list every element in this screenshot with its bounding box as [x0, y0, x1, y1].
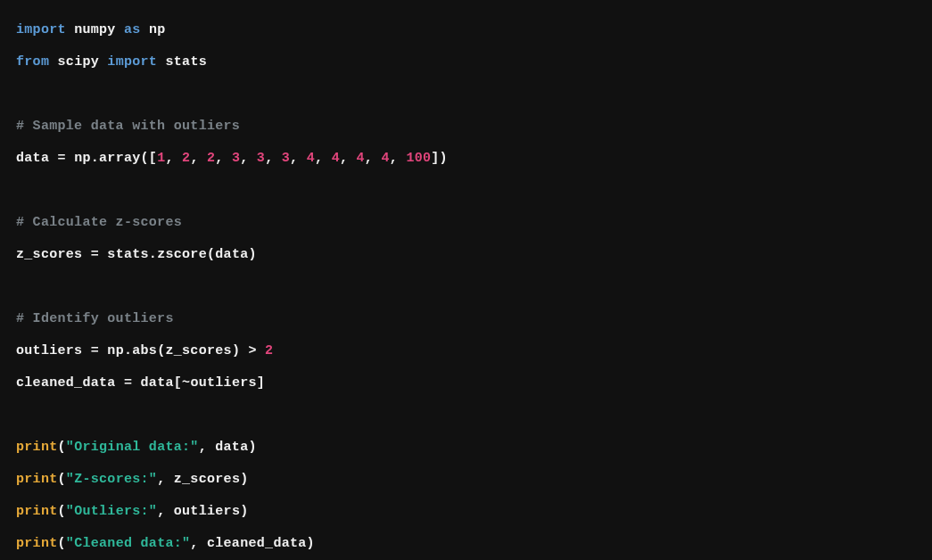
comma: ,	[240, 151, 257, 166]
arg-outliers: outliers	[174, 504, 240, 519]
module-numpy: numpy	[74, 22, 116, 37]
comma: ,	[340, 151, 357, 166]
open-paren: (	[58, 536, 66, 551]
string-literal: "Outliers:"	[66, 504, 157, 519]
code-editor[interactable]: import numpy as np from scipy import sta…	[16, 14, 916, 560]
fn-print: print	[16, 472, 58, 487]
dot: .	[149, 247, 157, 262]
np-ref: np	[107, 343, 124, 358]
var-data: data	[16, 151, 49, 166]
dot: .	[91, 151, 99, 166]
open-paren: (	[58, 440, 66, 455]
num: 4	[381, 151, 389, 166]
num: 3	[257, 151, 265, 166]
fn-array: array	[99, 151, 141, 166]
comma: ,	[390, 151, 407, 166]
close-paren: )	[240, 472, 248, 487]
blank-line	[16, 399, 916, 432]
comment: # Calculate z-scores	[16, 215, 182, 230]
comma: ,	[199, 440, 216, 455]
stats-ref: stats	[107, 247, 149, 262]
gt-op: >	[240, 343, 265, 358]
close-paren: )	[240, 504, 248, 519]
num: 3	[232, 151, 240, 166]
dot: .	[124, 343, 132, 358]
equals: =	[82, 247, 107, 262]
string-literal: "Cleaned data:"	[66, 536, 191, 551]
comma: ,	[215, 151, 232, 166]
code-line-5: # Calculate z-scores	[16, 207, 916, 239]
open-bracket: [	[174, 375, 182, 391]
close-paren: )	[248, 440, 256, 455]
arg-outliers: outliers	[190, 375, 256, 391]
close-paren: )	[232, 343, 240, 358]
blank-line	[16, 78, 916, 111]
comment: # Identify outliers	[16, 311, 174, 326]
data-ref: data	[141, 375, 174, 391]
num: 2	[207, 151, 215, 166]
num: 2	[182, 151, 190, 166]
code-line-9: cleaned_data = data[~outliers]	[16, 367, 916, 399]
arg-zscores: z_scores	[165, 343, 231, 358]
comma: ,	[157, 472, 174, 487]
comma: ,	[157, 504, 174, 519]
var-cleaned: cleaned_data	[16, 375, 116, 391]
equals: =	[116, 375, 141, 391]
var-zscores: z_scores	[16, 247, 82, 262]
keyword-import: import	[16, 22, 66, 37]
arg-zscores: z_scores	[174, 472, 240, 487]
code-line-1: import numpy as np	[16, 14, 916, 46]
close-paren: )	[249, 247, 257, 262]
keyword-from: from	[16, 54, 49, 70]
alias-np: np	[149, 22, 166, 37]
num: 100	[406, 151, 431, 166]
open-paren: (	[207, 247, 215, 262]
fn-print: print	[16, 504, 58, 519]
comma: ,	[265, 151, 282, 166]
fn-zscore: zscore	[157, 247, 207, 262]
open-paren: (	[58, 472, 66, 487]
keyword-import: import	[107, 54, 157, 70]
code-line-11: print("Z-scores:", z_scores)	[16, 464, 916, 496]
code-line-3: # Sample data with outliers	[16, 111, 916, 143]
close-bracket: ]	[257, 375, 265, 391]
fn-print: print	[16, 536, 58, 551]
code-line-8: outliers = np.abs(z_scores) > 2	[16, 335, 916, 367]
blank-line	[16, 271, 916, 303]
arg-cleaned: cleaned_data	[207, 536, 307, 551]
comma: ,	[190, 151, 207, 166]
code-line-7: # Identify outliers	[16, 303, 916, 335]
code-line-13: print("Cleaned data:", cleaned_data)	[16, 528, 916, 560]
fn-print: print	[16, 440, 58, 455]
code-line-10: print("Original data:", data)	[16, 432, 916, 464]
string-literal: "Original data:"	[66, 440, 199, 455]
string-literal: "Z-scores:"	[66, 472, 157, 487]
open-bracket: ([	[141, 151, 158, 166]
num: 4	[307, 151, 315, 166]
arg-data: data	[215, 440, 248, 455]
comma: ,	[315, 151, 332, 166]
code-line-4: data = np.array([1, 2, 2, 3, 3, 3, 4, 4,…	[16, 143, 916, 175]
code-line-12: print("Outliers:", outliers)	[16, 496, 916, 528]
code-line-2: from scipy import stats	[16, 46, 916, 78]
equals: =	[82, 343, 107, 358]
comma: ,	[190, 536, 207, 551]
num: 4	[357, 151, 365, 166]
keyword-as: as	[124, 22, 141, 37]
close-paren: )	[307, 536, 315, 551]
comma: ,	[290, 151, 307, 166]
num: 4	[332, 151, 340, 166]
num-2: 2	[265, 343, 273, 358]
module-stats: stats	[165, 54, 207, 70]
open-paren: (	[58, 504, 66, 519]
module-scipy: scipy	[58, 54, 100, 70]
fn-abs: abs	[132, 343, 157, 358]
var-outliers: outliers	[16, 343, 82, 358]
comma: ,	[365, 151, 382, 166]
np-ref: np	[74, 151, 91, 166]
arg-data: data	[215, 247, 248, 262]
tilde-op: ~	[182, 375, 190, 391]
blank-line	[16, 175, 916, 207]
code-line-6: z_scores = stats.zscore(data)	[16, 239, 916, 271]
comment: # Sample data with outliers	[16, 119, 240, 134]
